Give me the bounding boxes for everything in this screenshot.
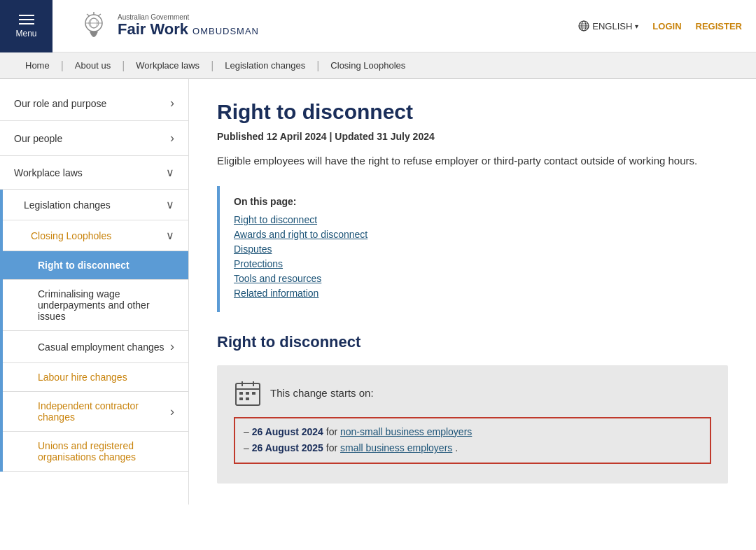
register-button[interactable]: REGISTER xyxy=(696,21,742,31)
site-header: Menu Australian Government Fair Work OMB… xyxy=(0,0,756,52)
date1-text: for xyxy=(326,426,340,437)
chevron-down-icon: ▾ xyxy=(635,22,638,30)
date-row-1: – 26 August 2024 for non-small business … xyxy=(244,424,701,441)
sidebar-item-labour-hire[interactable]: Labour hire changes xyxy=(3,363,188,392)
chevron-right-icon xyxy=(170,131,174,146)
sidebar-label-right-to-disconnect: Right to disconnect xyxy=(38,260,130,271)
info-box-starts-on: This change starts on: xyxy=(270,387,374,399)
nav-closing-loopholes[interactable]: Closing Loopholes xyxy=(319,52,416,79)
globe-icon xyxy=(578,20,589,31)
sidebar-item-closing-loopholes[interactable]: Closing Loopholes xyxy=(3,220,188,251)
menu-bar-1 xyxy=(19,15,34,16)
chevron-right-icon xyxy=(170,96,174,111)
chevron-down-icon xyxy=(166,198,174,211)
on-this-page-link-6[interactable]: Related information xyxy=(234,288,714,299)
date-row-2: – 26 August 2025 for small business empl… xyxy=(244,440,701,457)
logo-emblem-icon xyxy=(77,9,111,43)
info-box: This change starts on: – 26 August 2024 … xyxy=(217,365,728,484)
sidebar-item-criminalising[interactable]: Criminalising wage underpayments and oth… xyxy=(3,280,188,331)
date1-link[interactable]: non-small business employers xyxy=(340,426,472,437)
sidebar-label-closing-loopholes: Closing Loopholes xyxy=(31,230,111,241)
sidebar-label-unions: Unions and registered organisations chan… xyxy=(38,440,136,463)
intro-text: Eligible employees will have the right t… xyxy=(217,153,728,169)
on-this-page-link-1[interactable]: Right to disconnect xyxy=(234,214,714,225)
logo-title: Fair Work xyxy=(118,21,188,38)
on-this-page-link-5[interactable]: Tools and resources xyxy=(234,273,714,284)
sidebar-item-our-role[interactable]: Our role and purpose xyxy=(0,86,188,121)
nav-bar: Home | About us | Workplace laws | Legis… xyxy=(0,52,756,79)
sidebar-item-right-to-disconnect[interactable]: Right to disconnect xyxy=(3,251,188,280)
date2-link[interactable]: small business employers xyxy=(340,442,452,453)
menu-button[interactable]: Menu xyxy=(0,0,52,52)
login-button[interactable]: LOGIN xyxy=(652,21,681,31)
svg-rect-16 xyxy=(239,392,243,395)
sidebar-label-casual-employment: Casual employment changes xyxy=(38,341,164,353)
sidebar-item-independent-contractor[interactable]: Independent contractor changes xyxy=(3,392,188,432)
nav-home[interactable]: Home xyxy=(14,52,61,79)
nav-workplace-laws[interactable]: Workplace laws xyxy=(125,52,211,79)
sidebar-item-legislation-changes[interactable]: Legislation changes xyxy=(3,190,188,220)
on-this-page-link-4[interactable]: Protections xyxy=(234,258,714,269)
sidebar-item-unions[interactable]: Unions and registered organisations chan… xyxy=(3,432,188,472)
menu-bar-3 xyxy=(19,23,34,24)
sidebar-label-labour-hire: Labour hire changes xyxy=(38,372,127,383)
sidebar-label-criminalising: Criminalising wage underpayments and oth… xyxy=(38,288,174,322)
menu-bar-2 xyxy=(19,19,34,20)
sidebar-label-workplace-laws: Workplace laws xyxy=(14,167,83,178)
sidebar-item-our-people[interactable]: Our people xyxy=(0,121,188,156)
svg-rect-18 xyxy=(252,392,255,395)
on-this-page-box: On this page: Right to disconnect Awards… xyxy=(217,186,728,312)
svg-line-4 xyxy=(87,14,90,16)
chevron-down-icon xyxy=(166,229,174,242)
header-right: ENGLISH ▾ LOGIN REGISTER xyxy=(578,20,742,31)
date2-bold: 26 August 2025 xyxy=(252,442,323,453)
svg-line-3 xyxy=(98,14,101,16)
calendar-icon xyxy=(234,379,262,407)
chevron-right-icon xyxy=(170,339,174,354)
logo-area: Australian Government Fair Work OMBUDSMA… xyxy=(77,9,259,43)
date2-end: . xyxy=(455,442,458,453)
nav-about[interactable]: About us xyxy=(64,52,122,79)
chevron-down-icon xyxy=(166,166,174,179)
logo-subtitle: OMBUDSMAN xyxy=(192,27,259,36)
svg-rect-20 xyxy=(246,397,249,400)
section-title-right-to-disconnect: Right to disconnect xyxy=(217,333,728,351)
svg-rect-17 xyxy=(246,392,249,395)
sidebar-label-independent-contractor: Independent contractor changes xyxy=(38,400,170,423)
date-box: – 26 August 2024 for non-small business … xyxy=(234,417,711,465)
sidebar-label-legislation-changes: Legislation changes xyxy=(24,199,111,211)
sidebar-item-casual-employment[interactable]: Casual employment changes xyxy=(3,331,188,363)
date2-dash: – xyxy=(244,442,249,453)
chevron-right-icon xyxy=(170,404,174,419)
language-label: ENGLISH xyxy=(592,21,632,31)
published-info: Published 12 April 2024 | Updated 31 Jul… xyxy=(217,131,728,142)
on-this-page-link-3[interactable]: Disputes xyxy=(234,244,714,255)
nav-legislation-changes[interactable]: Legislation changes xyxy=(214,52,316,79)
language-button[interactable]: ENGLISH ▾ xyxy=(578,20,638,31)
sidebar-label-our-people: Our people xyxy=(14,133,62,144)
date1-bold: 26 August 2024 xyxy=(252,426,323,437)
info-box-header: This change starts on: xyxy=(234,379,711,407)
svg-rect-19 xyxy=(239,397,243,400)
menu-label: Menu xyxy=(15,29,36,38)
page-title: Right to disconnect xyxy=(217,100,728,124)
date1-dash: – xyxy=(244,426,249,437)
sidebar-label-our-role: Our role and purpose xyxy=(14,98,106,109)
logo-text: Australian Government Fair Work OMBUDSMA… xyxy=(118,13,259,38)
main-content: Right to disconnect Published 12 April 2… xyxy=(189,79,756,505)
on-this-page-link-2[interactable]: Awards and right to disconnect xyxy=(234,229,714,240)
date2-text: for xyxy=(326,442,340,453)
sidebar: Our role and purpose Our people Workplac… xyxy=(0,79,189,505)
main-layout: Our role and purpose Our people Workplac… xyxy=(0,79,756,505)
on-this-page-title: On this page: xyxy=(234,196,714,207)
sidebar-item-workplace-laws[interactable]: Workplace laws xyxy=(0,156,188,190)
